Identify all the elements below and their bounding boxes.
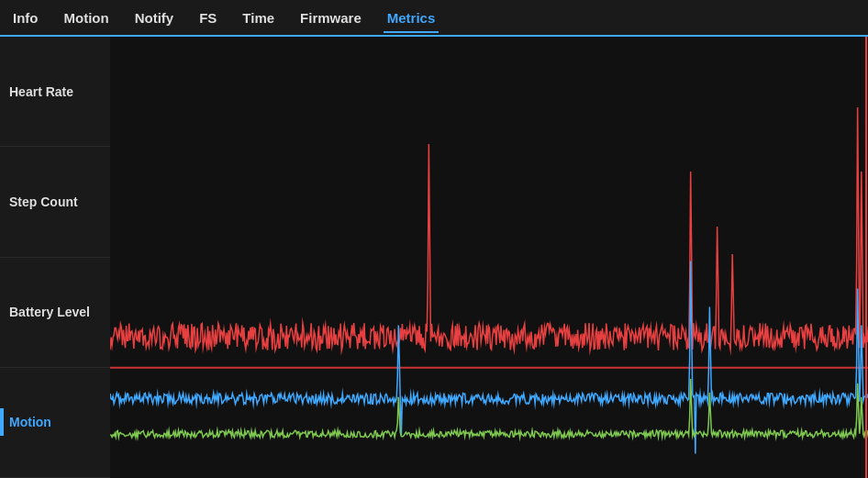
nav-item-firmware[interactable]: Firmware xyxy=(296,3,365,33)
sidebar-label: Heart Rate xyxy=(9,84,73,99)
main-content: Heart RateStep CountBattery LevelMotion xyxy=(0,35,868,478)
sidebar-item-motion[interactable]: Motion xyxy=(0,368,110,478)
active-indicator xyxy=(0,408,4,436)
sidebar-item-step-count[interactable]: Step Count xyxy=(0,147,110,257)
sidebar-item-heart-rate[interactable]: Heart Rate xyxy=(0,37,110,147)
nav-item-fs[interactable]: FS xyxy=(195,3,220,33)
sidebar: Heart RateStep CountBattery LevelMotion xyxy=(0,37,110,478)
nav-item-metrics[interactable]: Metrics xyxy=(384,3,440,33)
sidebar-label: Battery Level xyxy=(9,305,90,319)
nav-item-motion[interactable]: Motion xyxy=(61,3,113,33)
sidebar-label: Motion xyxy=(9,415,51,429)
nav-item-notify[interactable]: Notify xyxy=(131,3,178,33)
sidebar-item-battery-level[interactable]: Battery Level xyxy=(0,258,110,368)
sidebar-label: Step Count xyxy=(9,195,78,209)
nav-item-time[interactable]: Time xyxy=(239,3,278,33)
nav-item-info[interactable]: Info xyxy=(9,3,42,33)
chart-area xyxy=(110,37,868,478)
nav-bar: InfoMotionNotifyFSTimeFirmwareMetrics xyxy=(0,0,868,35)
